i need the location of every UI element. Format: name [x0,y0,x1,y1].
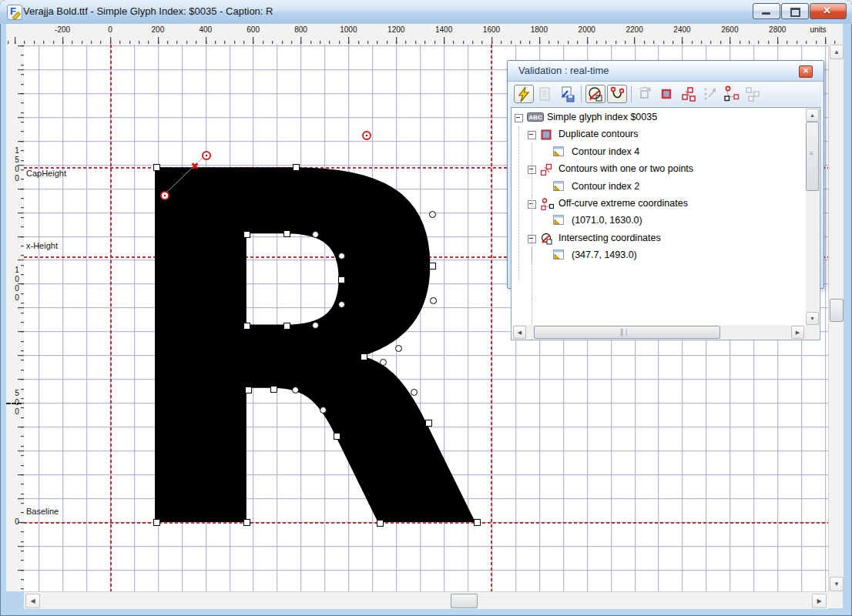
on-curve-point[interactable] [243,323,250,330]
tree-item-label: Contour index 4 [572,146,639,157]
validation-panel-header[interactable]: Validation : real-time ✕ [508,61,823,82]
off-curve-point[interactable] [338,253,345,259]
on-curve-point[interactable] [377,520,384,527]
small-contours-filter[interactable] [679,85,699,103]
flagged-red-point[interactable] [160,191,169,200]
ext-icon [540,198,554,210]
on-curve-point[interactable] [270,386,277,393]
ruler-tick-label: 400 [199,25,212,34]
on-curve-point[interactable] [361,353,367,360]
horizontal-scrollbar[interactable]: ◀ ▶ [24,591,828,609]
tree-connector-line [518,126,519,280]
svg-text:ABC: ABC [528,114,542,121]
tree-item-label: (347.7, 1493.0) [572,249,637,260]
glyph-shape: R [110,70,485,591]
show-off-curve-toggle[interactable] [607,85,627,103]
thumb-grip: ≡ [810,150,814,157]
on-curve-point[interactable] [474,519,481,526]
extreme-coords-filter[interactable] [722,85,742,103]
export-button[interactable] [557,85,577,103]
points-filter [700,85,720,103]
scroll-right-button[interactable]: ▶ [812,594,827,608]
horizontal-ruler: -200020040060080010001200140016001800200… [6,24,843,45]
scroll-left-button[interactable]: ◀ [25,594,40,608]
circle-squares-icon [722,85,740,103]
scroll-down-button[interactable]: ▼ [830,577,844,591]
on-curve-point[interactable] [429,263,436,270]
validate-button[interactable] [514,85,534,103]
validation-tree: ABCSimple glyph index $0035Duplicate con… [511,107,820,340]
tree-horizontal-scrollbar[interactable]: ◀ ║│ ▶ [512,325,819,339]
tree-scroll-up-button[interactable]: ▲ [806,109,819,122]
ruler-tick-label: 1600 [483,25,500,34]
tree-scroll-right-button[interactable]: ▶ [791,326,804,339]
validation-close-button[interactable]: ✕ [799,65,813,78]
off-curve-point[interactable] [429,211,436,218]
off-curve-point[interactable] [320,407,327,413]
points-arrow-icon [700,85,719,103]
tree-horizontal-thumb[interactable]: ║│ [534,326,720,339]
tree-scroll-left-button[interactable]: ◀ [513,326,526,339]
ruler-tick-label: 200 [152,25,165,34]
tree-vertical-thumb[interactable]: ≡ [806,122,819,191]
on-curve-point[interactable] [283,323,290,330]
on-curve-point[interactable] [293,164,300,171]
show-intersections-toggle[interactable] [585,85,605,103]
tree-item-label: (1071.0, 1630.0) [572,215,642,226]
vruler-major-ticks [18,45,24,591]
duplicate-contours-filter[interactable] [657,85,677,103]
ruler-tick-label: 2800 [769,25,786,34]
tree-item-label: Duplicate contours [558,129,639,139]
ruler-tick-label: 1000 [340,25,357,34]
int-icon [540,233,554,245]
off-curve-point[interactable] [312,231,319,238]
ruler-tick-label: -200 [55,25,70,34]
minimize-button[interactable] [753,3,780,19]
on-curve-point[interactable] [245,387,252,393]
off-curve-point[interactable] [395,345,402,352]
horizontal-scroll-thumb[interactable] [451,594,478,608]
vruler-tick-label: 1000 [13,266,21,303]
linked-squares-icon [743,85,762,103]
off-curve-point[interactable] [338,301,345,308]
off-curve-point[interactable] [411,389,418,396]
prop-icon [553,215,565,226]
close-button[interactable]: ✕ [810,3,847,19]
ruler-tick-label: 600 [247,25,260,34]
on-curve-point[interactable] [243,519,250,526]
scroll-up-button[interactable]: ▲ [830,45,844,59]
tree-expander[interactable] [515,114,523,122]
on-curve-point[interactable] [425,420,432,427]
tree-item-label: Contours with one or two points [558,163,693,174]
off-curve-point[interactable] [292,387,299,393]
on-curve-point[interactable] [243,231,250,238]
maximize-button[interactable] [781,3,809,19]
tree-scroll-down-button[interactable]: ▼ [806,312,819,325]
on-curve-point[interactable] [153,519,160,526]
off-curve-point[interactable] [380,359,387,366]
on-curve-point[interactable] [153,164,160,171]
title-bar: F Verajja Bold.ttf - Simple Glyph Index:… [0,0,852,24]
on-curve-point[interactable] [283,230,290,237]
validation-panel-title: Validation : real-time [518,65,609,76]
dup-icon [540,129,552,141]
tree-item-label: Intersecting coordinates [558,233,661,243]
flagged-red-point[interactable] [202,151,211,160]
on-curve-point[interactable] [334,433,340,440]
tree-vertical-scrollbar[interactable]: ▲ ≡ ▼ [806,109,819,325]
off-curve-point[interactable] [430,297,437,304]
vruler-tick-label: 1500 [13,146,21,183]
on-curve-point[interactable] [338,276,345,283]
report-icon [535,85,554,103]
lightning-icon [515,85,533,104]
hruler-major-ticks [6,37,843,44]
off-curve-point[interactable] [312,322,319,329]
app-icon: F [7,5,22,20]
intersection-marker[interactable]: ✖ [191,161,199,172]
vertical-scroll-thumb[interactable] [830,299,844,322]
vertical-scrollbar[interactable]: ▲ ▼ [828,45,844,591]
flagged-red-point[interactable] [362,131,371,140]
minimize-icon [762,12,770,15]
tree-expander[interactable] [528,131,536,139]
ruler-tick-label: 2000 [579,25,595,34]
